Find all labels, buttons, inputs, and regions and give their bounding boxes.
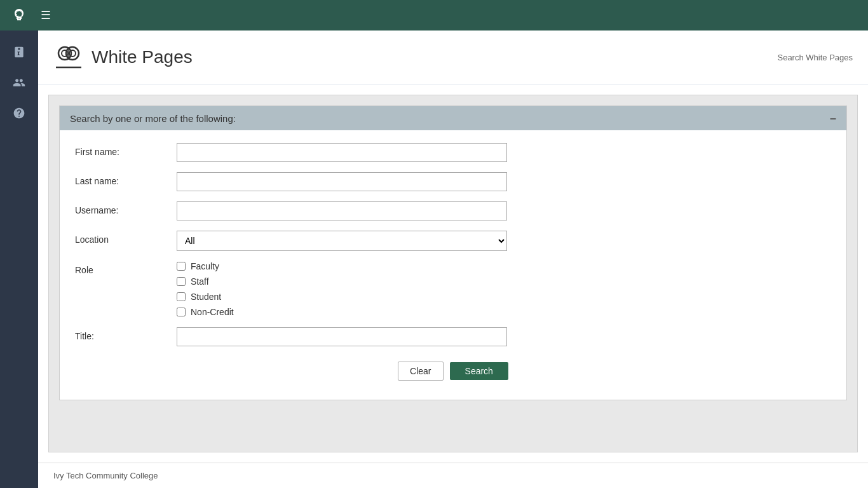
role-faculty-label: Faculty bbox=[191, 261, 219, 271]
footer: Ivy Tech Community College bbox=[38, 463, 868, 488]
username-row: Username: bbox=[75, 201, 831, 220]
role-label: Role bbox=[75, 261, 177, 275]
last-name-input[interactable] bbox=[177, 172, 507, 191]
page-title: White Pages bbox=[92, 47, 193, 67]
last-name-label: Last name: bbox=[75, 172, 177, 186]
collapse-button[interactable]: – bbox=[830, 112, 836, 124]
username-input[interactable] bbox=[177, 201, 507, 220]
title-control bbox=[177, 327, 507, 346]
username-label: Username: bbox=[75, 201, 177, 215]
role-noncredit-label: Non-Credit bbox=[191, 307, 234, 317]
role-noncredit-item[interactable]: Non-Credit bbox=[177, 307, 507, 317]
top-bar: ☰ bbox=[0, 0, 868, 30]
role-checkbox-group: Faculty Staff Student bbox=[177, 261, 507, 317]
breadcrumb: Search White Pages bbox=[777, 53, 853, 62]
hamburger-menu[interactable]: ☰ bbox=[41, 8, 51, 22]
content-area: White Pages Search White Pages Search by… bbox=[38, 30, 868, 488]
last-name-control bbox=[177, 172, 507, 191]
role-faculty-checkbox[interactable] bbox=[177, 262, 186, 271]
search-form-header[interactable]: Search by one or more of the following: … bbox=[60, 106, 846, 130]
title-input[interactable] bbox=[177, 327, 507, 346]
footer-text: Ivy Tech Community College bbox=[53, 471, 158, 480]
first-name-label: First name: bbox=[75, 143, 177, 157]
username-control bbox=[177, 201, 507, 220]
role-student-item[interactable]: Student bbox=[177, 292, 507, 302]
page-header: White Pages Search White Pages bbox=[38, 30, 868, 85]
title-label: Title: bbox=[75, 327, 177, 341]
role-student-label: Student bbox=[191, 292, 221, 302]
search-panel-container: Search by one or more of the following: … bbox=[48, 95, 858, 452]
location-control: All bbox=[177, 231, 507, 251]
role-staff-checkbox[interactable] bbox=[177, 277, 186, 286]
buttons-row: Clear Search bbox=[75, 362, 831, 381]
title-row: Title: bbox=[75, 327, 831, 346]
sidebar-item-people[interactable] bbox=[4, 69, 34, 97]
first-name-input[interactable] bbox=[177, 143, 507, 162]
form-body: First name: Last name: bbox=[60, 130, 846, 400]
white-panel: White Pages Search White Pages Search by… bbox=[38, 30, 868, 463]
location-label: Location bbox=[75, 231, 177, 245]
search-form-title: Search by one or more of the following: bbox=[70, 113, 236, 124]
role-staff-label: Staff bbox=[191, 276, 209, 287]
first-name-control bbox=[177, 143, 507, 162]
location-select[interactable]: All bbox=[177, 231, 507, 251]
role-staff-item[interactable]: Staff bbox=[177, 276, 507, 287]
search-button[interactable]: Search bbox=[450, 362, 508, 380]
first-name-row: First name: bbox=[75, 143, 831, 162]
role-row: Role Faculty Staff bbox=[75, 261, 831, 317]
svg-point-3 bbox=[69, 50, 76, 57]
last-name-row: Last name: bbox=[75, 172, 831, 191]
sidebar-item-book[interactable] bbox=[4, 38, 34, 66]
sidebar bbox=[0, 30, 38, 488]
role-control: Faculty Staff Student bbox=[177, 261, 507, 317]
page-title-section: White Pages bbox=[53, 42, 193, 72]
white-pages-icon bbox=[53, 42, 84, 72]
main-layout: White Pages Search White Pages Search by… bbox=[0, 30, 868, 488]
app-logo bbox=[10, 6, 28, 24]
clear-button[interactable]: Clear bbox=[398, 362, 443, 381]
role-faculty-item[interactable]: Faculty bbox=[177, 261, 507, 271]
location-row: Location All bbox=[75, 231, 831, 251]
search-form-box: Search by one or more of the following: … bbox=[59, 105, 847, 400]
sidebar-item-help[interactable] bbox=[4, 99, 34, 127]
svg-point-2 bbox=[62, 50, 68, 57]
role-noncredit-checkbox[interactable] bbox=[177, 308, 186, 316]
role-student-checkbox[interactable] bbox=[177, 292, 186, 301]
